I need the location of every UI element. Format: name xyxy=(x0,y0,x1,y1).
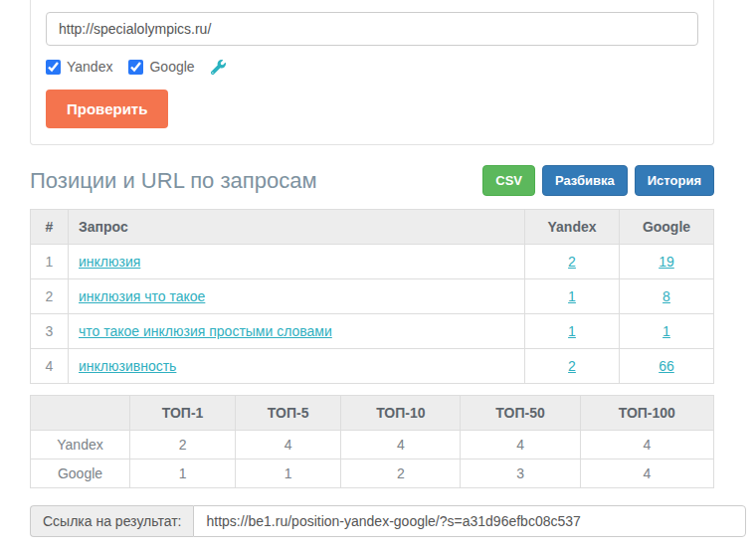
summary-header-top100: ТОП-100 xyxy=(580,396,713,431)
query-link[interactable]: инклюзия xyxy=(79,254,140,270)
summary-header-top1: ТОП-1 xyxy=(130,396,236,431)
url-input[interactable] xyxy=(46,12,698,46)
header-yandex: Yandex xyxy=(525,210,620,245)
query-link[interactable]: инклюзия что такое xyxy=(79,288,205,304)
header-query: Запрос xyxy=(69,210,525,245)
table-row: 1 инклюзия 2 19 xyxy=(31,245,714,279)
header-google: Google xyxy=(620,210,714,245)
google-position-link[interactable]: 66 xyxy=(659,358,674,374)
row-number: 3 xyxy=(31,314,69,349)
summary-header-row: ТОП-1 ТОП-5 ТОП-10 ТОП-50 ТОП-100 xyxy=(31,396,714,431)
summary-value: 2 xyxy=(130,431,236,460)
summary-value: 1 xyxy=(130,460,236,488)
results-header: Позиции и URL по запросам CSV Разбивка И… xyxy=(30,165,714,196)
positions-table: # Запрос Yandex Google 1 инклюзия 2 19 2… xyxy=(30,209,714,384)
summary-row-label: Yandex xyxy=(31,431,130,460)
summary-value: 4 xyxy=(461,431,580,460)
query-link[interactable]: инклюзивность xyxy=(79,358,176,374)
google-position-link[interactable]: 1 xyxy=(662,323,670,339)
yandex-position-link[interactable]: 1 xyxy=(568,288,576,304)
row-number: 4 xyxy=(31,349,69,384)
google-position-link[interactable]: 8 xyxy=(662,288,670,304)
summary-header-top5: ТОП-5 xyxy=(236,396,341,431)
yandex-position-link[interactable]: 1 xyxy=(568,323,576,339)
breakdown-button[interactable]: Разбивка xyxy=(542,165,628,196)
yandex-position-link[interactable]: 2 xyxy=(568,358,576,374)
yandex-checkbox-label[interactable]: Yandex xyxy=(46,59,112,75)
result-link-group: Ссылка на результат: xyxy=(30,505,746,537)
table-row: 2 инклюзия что такое 1 8 xyxy=(31,279,714,314)
table-row: Yandex 2 4 4 4 4 xyxy=(31,431,714,460)
summary-value: 4 xyxy=(580,460,713,488)
summary-header-empty xyxy=(31,396,130,431)
yandex-position-link[interactable]: 2 xyxy=(568,254,576,270)
top-summary-table: ТОП-1 ТОП-5 ТОП-10 ТОП-50 ТОП-100 Yandex… xyxy=(30,395,714,488)
row-number: 1 xyxy=(31,245,69,279)
result-link-label: Ссылка на результат: xyxy=(30,505,193,537)
positions-header-row: # Запрос Yandex Google xyxy=(31,210,714,245)
summary-value: 4 xyxy=(341,431,461,460)
csv-button[interactable]: CSV xyxy=(482,165,535,196)
yandex-checkbox-text: Yandex xyxy=(67,59,112,75)
summary-value: 1 xyxy=(236,460,341,488)
google-checkbox-text: Google xyxy=(149,59,194,75)
table-row: Google 1 1 2 3 4 xyxy=(31,460,714,488)
summary-value: 2 xyxy=(341,460,461,488)
results-actions: CSV Разбивка История xyxy=(482,165,714,196)
summary-row-label: Google xyxy=(31,460,130,488)
page-title: Позиции и URL по запросам xyxy=(30,168,317,194)
query-link[interactable]: что такое инклюзия простыми словами xyxy=(79,323,332,339)
table-row: 3 что такое инклюзия простыми словами 1 … xyxy=(31,314,714,349)
check-button[interactable]: Проверить xyxy=(46,90,168,128)
yandex-checkbox[interactable] xyxy=(46,60,61,75)
google-position-link[interactable]: 19 xyxy=(659,254,674,270)
summary-value: 3 xyxy=(461,460,580,488)
history-button[interactable]: История xyxy=(635,165,714,196)
engine-checkboxes: Yandex Google xyxy=(46,59,698,75)
table-row: 4 инклюзивность 2 66 xyxy=(31,349,714,384)
header-num: # xyxy=(31,210,69,245)
row-number: 2 xyxy=(31,279,69,314)
wrench-settings-icon[interactable] xyxy=(211,60,226,75)
page: Yandex Google Проверить Позиции и URL по… xyxy=(0,0,756,537)
google-checkbox-label[interactable]: Google xyxy=(128,59,194,75)
summary-value: 4 xyxy=(236,431,341,460)
summary-header-top50: ТОП-50 xyxy=(461,396,580,431)
summary-header-top10: ТОП-10 xyxy=(341,396,461,431)
check-form-panel: Yandex Google Проверить xyxy=(30,0,714,145)
result-link-input[interactable] xyxy=(193,505,746,537)
summary-value: 4 xyxy=(580,431,713,460)
google-checkbox[interactable] xyxy=(128,60,143,75)
